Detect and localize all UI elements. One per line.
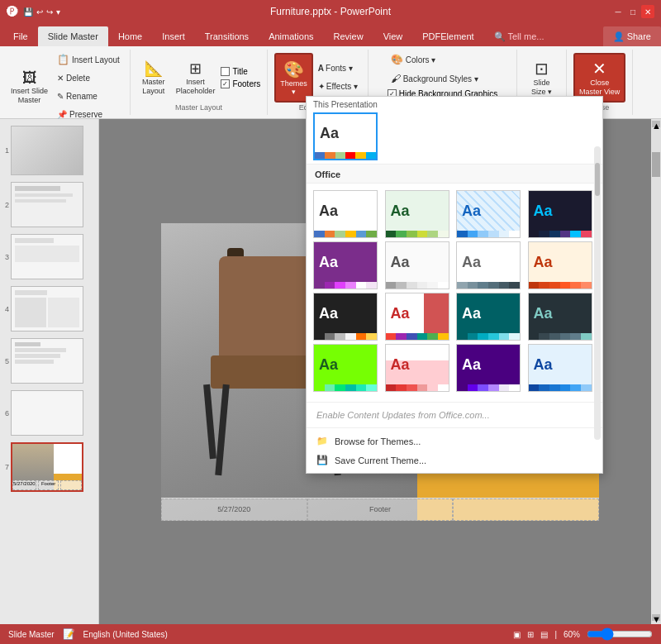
insert-placeholder-btn[interactable]: ⊞ InsertPlaceholder xyxy=(172,53,220,103)
theme-orange-red[interactable]: Aa xyxy=(528,241,592,289)
tab-review[interactable]: Review xyxy=(324,26,373,46)
dropdown-scroll-thumb[interactable] xyxy=(595,163,600,196)
master-layout-icon: 📐 xyxy=(145,60,163,78)
save-qa-btn[interactable]: 💾 xyxy=(23,7,33,17)
slide-size-btn[interactable]: ⊡ SlideSize ▾ xyxy=(525,53,558,103)
insert-layout-btn[interactable]: 📋 Insert Layout xyxy=(54,51,123,68)
app-icon: 🅟 xyxy=(7,5,18,18)
customize-qa-btn[interactable]: ▾ xyxy=(56,7,60,17)
delete-btn[interactable]: ✕ Delete xyxy=(54,69,123,86)
current-theme-bar xyxy=(315,152,376,159)
scroll-thumb[interactable] xyxy=(652,152,660,177)
footers-checkbox-row[interactable]: ✓ Footers xyxy=(221,79,260,88)
title-checkbox[interactable] xyxy=(221,67,230,76)
dropdown-divider-2 xyxy=(307,427,602,428)
slide-thumb-4[interactable] xyxy=(11,286,83,332)
undo-qa-btn[interactable]: ↩ xyxy=(36,7,43,17)
slide-thumb-2[interactable] xyxy=(11,182,83,227)
tab-view[interactable]: View xyxy=(373,26,413,46)
theme-minimal[interactable]: Aa xyxy=(456,241,521,289)
theme-bright-green[interactable]: Aa xyxy=(313,344,378,392)
tab-insert[interactable]: Insert xyxy=(152,26,195,46)
vertical-scrollbar[interactable]: ▲ ▼ xyxy=(651,119,661,624)
master-layout-label: Master Layout xyxy=(175,103,222,113)
bar-seg-6 xyxy=(366,152,376,159)
save-current-theme-action[interactable]: 💾 Save Current Theme... xyxy=(307,451,602,470)
theme-dark1[interactable]: Aa xyxy=(528,190,592,238)
footers-checkbox[interactable]: ✓ xyxy=(221,79,230,88)
theme-cyan[interactable]: Aa xyxy=(456,293,521,341)
theme-purple[interactable]: Aa xyxy=(313,241,378,289)
tab-share[interactable]: 👤 Share xyxy=(603,26,661,46)
close-master-view-btn[interactable]: ✕ CloseMaster View xyxy=(573,53,625,103)
slide-thumb-1[interactable] xyxy=(11,126,83,175)
colors-btn[interactable]: 🎨 Colors ▾ xyxy=(388,51,440,68)
fonts-btn[interactable]: A Fonts ▾ xyxy=(315,60,361,77)
status-right: ▣ ⊞ ▤ | 60% xyxy=(513,627,653,641)
colors-label: Colors ▾ xyxy=(406,55,436,64)
tab-pdfelement[interactable]: PDFElement xyxy=(412,26,483,46)
theme-mesh-aa: Aa xyxy=(457,191,520,231)
minimize-btn[interactable]: ─ xyxy=(611,5,625,18)
dropdown-scrollbar[interactable] xyxy=(594,146,601,440)
theme-mesh[interactable]: Aa xyxy=(456,190,521,238)
slide-size-icon: ⊡ xyxy=(535,59,549,79)
maximize-btn[interactable]: □ xyxy=(626,5,640,18)
theme-purple2[interactable]: Aa xyxy=(456,344,521,392)
theme-colorful[interactable]: Aa xyxy=(385,293,449,341)
edit-master-btns: 🖼 Insert SlideMaster 📋 Insert Layout ✕ D… xyxy=(7,51,123,122)
language-label[interactable]: English (United States) xyxy=(83,630,168,639)
redo-qa-btn[interactable]: ↪ xyxy=(46,7,53,17)
theme-facet[interactable]: Aa xyxy=(385,190,449,238)
themes-icon: 🎨 xyxy=(283,60,304,79)
view-reading-btn[interactable]: ▤ xyxy=(540,630,548,639)
current-theme-item[interactable]: Aa xyxy=(313,112,378,160)
slide-num-4: 4 xyxy=(5,305,9,313)
theme-office[interactable]: Aa xyxy=(313,190,378,238)
close-btn[interactable]: ✕ xyxy=(641,5,654,18)
tab-file[interactable]: File xyxy=(3,26,38,46)
tab-tell-me[interactable]: 🔍 Tell me... xyxy=(484,26,554,46)
browse-themes-action[interactable]: 📁 Browse for Themes... xyxy=(307,432,602,451)
tab-slide-master[interactable]: Slide Master xyxy=(38,26,108,46)
theme-bright-green-aa: Aa xyxy=(314,345,377,384)
theme-facet-aa: Aa xyxy=(386,191,449,231)
themes-dropdown-btn[interactable]: 🎨 Themes▾ xyxy=(274,53,313,103)
view-label: Slide Master xyxy=(8,630,55,639)
theme-dark-dots[interactable]: Aa xyxy=(313,293,378,341)
view-grid-btn[interactable]: ⊞ xyxy=(527,630,534,639)
tab-animations[interactable]: Animations xyxy=(259,26,323,46)
scroll-down-arrow[interactable]: ▼ xyxy=(652,614,660,621)
theme-dark-blue[interactable]: Aa xyxy=(528,293,592,341)
ribbon-group-master-layout: 📐 MasterLayout ⊞ InsertPlaceholder Title… xyxy=(131,50,268,115)
tab-transitions[interactable]: Transitions xyxy=(195,26,259,46)
slide-thumb-5[interactable] xyxy=(11,338,83,384)
slide-thumb-7[interactable]: 5/27/2020 Footer xyxy=(11,442,83,492)
view-normal-btn[interactable]: ▣ xyxy=(513,630,521,639)
notes-icon[interactable]: 📝 xyxy=(63,628,75,640)
slide-thumb-6[interactable] xyxy=(11,390,83,436)
scroll-up-arrow[interactable]: ▲ xyxy=(652,121,660,127)
theme-blue-stripe-aa: Aa xyxy=(529,345,592,384)
background-styles-btn[interactable]: 🖌 Background Styles ▾ xyxy=(388,70,482,87)
title-checkbox-row[interactable]: Title xyxy=(221,67,260,76)
theme-purple2-bar xyxy=(457,384,520,391)
zoom-slider[interactable] xyxy=(587,627,653,641)
slide-thumb-3[interactable] xyxy=(11,234,83,279)
zoom-separator: | xyxy=(554,630,557,639)
theme-blue-stripe[interactable]: Aa xyxy=(528,344,592,392)
rename-label: Rename xyxy=(66,92,97,101)
theme-elegant[interactable]: Aa xyxy=(385,241,449,289)
theme-office-aa: Aa xyxy=(314,191,377,231)
theme-red-theme[interactable]: Aa xyxy=(385,344,449,392)
this-presentation-section: This Presentation Aa xyxy=(307,97,602,165)
tab-home[interactable]: Home xyxy=(108,26,152,46)
effects-btn[interactable]: ✦ Effects ▾ xyxy=(315,79,361,95)
enable-content-updates[interactable]: Enable Content Updates from Office.com..… xyxy=(307,406,602,424)
master-layout-btn[interactable]: 📐 MasterLayout xyxy=(137,53,170,103)
theme-colorful-aa: Aa xyxy=(386,293,449,333)
rename-btn[interactable]: ✎ Rename xyxy=(54,88,123,104)
slide-footer-text: Footer xyxy=(307,499,454,521)
master-layout-label: MasterLayout xyxy=(142,78,165,96)
insert-slide-master-btn[interactable]: 🖼 Insert SlideMaster xyxy=(7,62,52,112)
